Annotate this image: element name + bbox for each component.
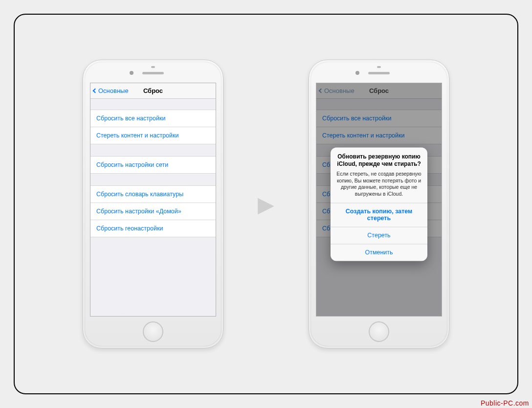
erase-content-and-settings[interactable]: Стереть контент и настройки (90, 127, 216, 144)
reset-home-layout[interactable]: Сбросить настройки «Домой» (90, 203, 216, 220)
settings-list: Сбросить все настройки Стереть контент и… (90, 110, 216, 237)
home-button[interactable] (143, 321, 163, 342)
iphone-left: Основные Сброс Сбросить все настройки Ст… (83, 60, 223, 348)
proximity-sensor (377, 66, 381, 68)
home-button[interactable] (369, 321, 389, 342)
settings-group-1: Сбросить все настройки Стереть контент и… (90, 110, 216, 144)
reset-all-settings[interactable]: Сбросить все настройки (90, 110, 216, 127)
nav-back-button[interactable]: Основные (93, 83, 129, 98)
nav-title: Сброс (143, 87, 163, 94)
nav-back-label: Основные (98, 87, 129, 94)
speaker-grille (142, 72, 164, 74)
alert-body: Обновить резервную копию iCloud, прежде … (331, 147, 427, 203)
cancel-button[interactable]: Отменить (331, 244, 427, 261)
phones-row: Основные Сброс Сбросить все настройки Ст… (15, 15, 517, 393)
front-camera (130, 71, 133, 75)
image-frame: Основные Сброс Сбросить все настройки Ст… (14, 14, 518, 394)
reset-keyboard-dictionary[interactable]: Сбросить словарь клавиатуры (90, 185, 216, 203)
front-camera (355, 71, 359, 75)
speaker-grille (368, 72, 390, 74)
alert-title: Обновить резервную копию iCloud, прежде … (336, 153, 421, 168)
alert-message: Если стереть, не создав резервную копию,… (336, 171, 421, 198)
screen-right: Основные Сброс Сбросить все настройки Ст… (316, 83, 442, 317)
proximity-sensor (151, 66, 155, 68)
settings-group-3: Сбросить словарь клавиатуры Сбросить нас… (90, 185, 216, 237)
navbar: Основные Сброс (90, 83, 216, 99)
settings-group-2: Сбросить настройки сети (90, 156, 216, 174)
chevron-left-icon (93, 89, 98, 93)
arrow-icon: ▶ (258, 192, 274, 217)
erase-confirm-alert: Обновить резервную копию iCloud, прежде … (331, 147, 427, 261)
watermark: Public-PC.com (481, 399, 529, 407)
backup-then-erase-button[interactable]: Создать копию, затем стереть (331, 203, 427, 227)
iphone-right: Основные Сброс Сбросить все настройки Ст… (309, 60, 449, 348)
screen-left: Основные Сброс Сбросить все настройки Ст… (90, 83, 216, 317)
erase-button[interactable]: Стереть (331, 227, 427, 244)
reset-network-settings[interactable]: Сбросить настройки сети (90, 156, 216, 174)
reset-location-settings[interactable]: Сбросить геонастройки (90, 220, 216, 237)
